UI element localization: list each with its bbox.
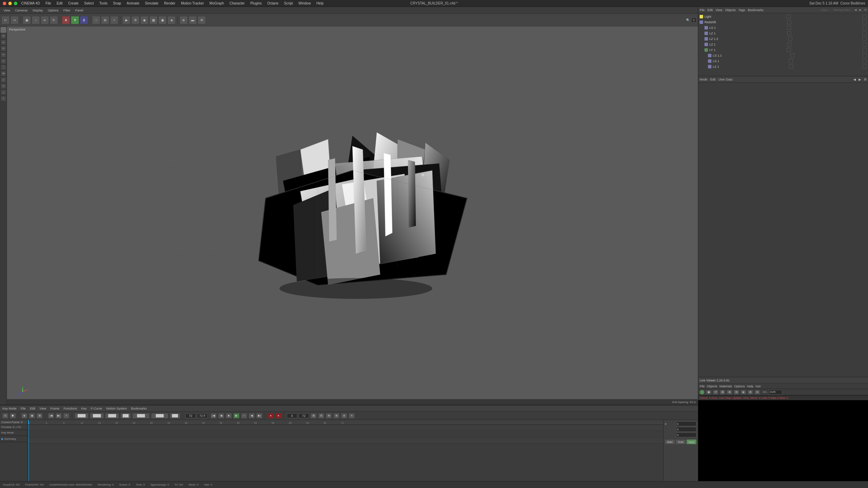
app-menu-cinema4d[interactable]: CINEMA 4D xyxy=(19,1,42,5)
close-button[interactable] xyxy=(3,2,6,5)
obj-ls1b-visibility[interactable] xyxy=(789,59,793,63)
add-key-button[interactable]: + xyxy=(63,413,69,419)
sel-marker1[interactable]: ████ xyxy=(75,413,89,419)
oct-file-menu[interactable]: File xyxy=(700,385,705,388)
oct-objects-menu[interactable]: Objects xyxy=(707,385,718,388)
tl-tool1[interactable]: ◈ xyxy=(21,413,27,419)
oct-options-menu[interactable]: Options xyxy=(734,385,745,388)
extra-tp3[interactable]: ⊕ xyxy=(326,413,332,419)
oct-tp2[interactable]: ↺ xyxy=(713,390,718,395)
obj-file-menu[interactable]: File xyxy=(700,8,705,12)
rotate-button[interactable]: ↻ xyxy=(50,16,58,24)
tl-tool2[interactable]: ◉ xyxy=(29,413,35,419)
octane-play-button[interactable] xyxy=(700,390,704,395)
attr-expand-btn[interactable]: ▶ xyxy=(859,78,861,81)
play-reverse-button[interactable]: ◀ xyxy=(249,413,255,419)
panel-expand-button[interactable]: ▶ xyxy=(859,8,861,11)
tl-edit[interactable]: Edit xyxy=(29,407,36,410)
knife-tool[interactable]: ∧ xyxy=(1,58,6,64)
obj-redshift-render[interactable] xyxy=(862,20,867,24)
menu-plugins-top[interactable]: Plugins xyxy=(249,1,264,5)
tl-functions[interactable]: Functions xyxy=(62,407,78,410)
polygon-tool[interactable]: ◇ xyxy=(1,77,6,83)
oct-get-menu[interactable]: Get xyxy=(756,385,761,388)
obj-objects-menu[interactable]: Objects xyxy=(725,8,736,12)
menu-animate-top[interactable]: Animate xyxy=(125,1,141,5)
obj-redshift[interactable]: Redshift xyxy=(698,19,868,25)
menu-edit-top[interactable]: Edit xyxy=(55,1,64,5)
extra-tp4[interactable]: ⊗ xyxy=(333,413,340,419)
obj-bookmarks-menu[interactable]: Bookmarks xyxy=(748,8,763,12)
menu-script-top[interactable]: Script xyxy=(282,1,295,5)
attr-userdata-menu[interactable]: User Data xyxy=(718,78,733,81)
obj-ly1-visibility[interactable] xyxy=(787,48,791,52)
val-field-3[interactable]: 0 xyxy=(676,432,696,437)
obj-edit-menu[interactable]: Edit xyxy=(708,8,713,12)
panel-menu[interactable]: Panel xyxy=(74,8,84,12)
apply-button[interactable]: Apply xyxy=(686,439,696,444)
oct-tp1[interactable]: ◉ xyxy=(706,390,711,395)
record-button2[interactable]: ● xyxy=(275,413,282,419)
key-record-button[interactable]: ⊙ xyxy=(2,413,8,419)
scene-button[interactable]: ⊞ xyxy=(101,16,109,24)
sel-marker4[interactable]: ███ xyxy=(120,413,131,419)
sel-marker6[interactable]: ████ xyxy=(151,413,168,419)
tl-key[interactable]: Key xyxy=(80,407,88,410)
extra-tp1[interactable]: ⊞ xyxy=(310,413,317,419)
panel-collapse-button[interactable]: ◀ xyxy=(854,8,857,11)
obj-lz12-visibility[interactable] xyxy=(788,37,792,41)
obj-lz1c-visibility[interactable] xyxy=(789,65,793,69)
menu-tools-top[interactable]: Tools xyxy=(98,1,109,5)
sel-marker7[interactable]: ███ xyxy=(170,413,180,419)
move-tool[interactable]: ✛ xyxy=(1,33,6,39)
scale-tool[interactable]: ⇔ xyxy=(1,40,6,45)
obj-ly1[interactable]: LY 1 xyxy=(698,47,868,53)
obj-ls11-render[interactable] xyxy=(862,53,867,58)
play-button[interactable]: ▶ xyxy=(233,413,240,419)
oct-tp4[interactable]: ⊕ xyxy=(727,390,732,395)
edge-tool[interactable]: ━ xyxy=(1,83,6,89)
fps2-display[interactable]: 72 F xyxy=(197,413,208,418)
obj-redshift-visibility[interactable] xyxy=(787,20,791,24)
oct-tp6[interactable]: ◈ xyxy=(741,390,746,395)
oct-help-menu[interactable]: Help xyxy=(747,385,754,388)
tl-tool3[interactable]: ⊞ xyxy=(36,413,43,419)
filter-menu[interactable]: Filter xyxy=(62,8,72,12)
obj-lz12[interactable]: LZ 1.2 xyxy=(698,36,868,42)
stop-button[interactable]: ■ xyxy=(226,413,232,419)
render-button[interactable]: ▶ xyxy=(122,16,131,24)
bake-button[interactable]: Bake xyxy=(665,439,675,444)
tl-key-mode[interactable]: Key Mode xyxy=(1,407,18,410)
menu-window-top[interactable]: Window xyxy=(297,1,313,5)
pointer-tool[interactable]: ↖ xyxy=(1,27,6,33)
settings-button[interactable]: ⚙ xyxy=(198,16,206,24)
object-mode-button[interactable]: ○ xyxy=(92,16,100,24)
paint-tool[interactable]: ✏ xyxy=(1,52,6,58)
menu-file-top[interactable]: File xyxy=(44,1,53,5)
bridge-tool[interactable]: ⌒ xyxy=(1,65,6,70)
menu-select-top[interactable]: Select xyxy=(82,1,95,5)
menu-render-top[interactable]: Render xyxy=(162,1,177,5)
obj-ls11[interactable]: LS 1.1 xyxy=(698,53,868,58)
prev-key-button[interactable]: |◀ xyxy=(48,413,54,419)
obj-ls11-visibility[interactable] xyxy=(790,53,794,58)
tl-fcurve[interactable]: F-Curve xyxy=(90,407,103,410)
octane-viewport[interactable] xyxy=(698,400,868,481)
oct-tp3[interactable]: ⊞ xyxy=(720,390,725,395)
obj-lz1-visibility[interactable] xyxy=(787,31,791,35)
obj-lz1c-render[interactable] xyxy=(862,65,867,69)
frame-end-input[interactable]: 72 xyxy=(299,413,309,418)
mirror-tool[interactable]: ⇋ xyxy=(1,71,6,76)
panel-settings-button[interactable]: ⚙ xyxy=(864,8,867,11)
obj-ls1b[interactable]: LS 1 xyxy=(698,58,868,64)
val-field-1[interactable]: 0 xyxy=(676,421,696,426)
obj-lz1b-render[interactable] xyxy=(862,42,867,47)
cameras-menu[interactable]: Cameras xyxy=(14,8,29,12)
grab-button[interactable]: Grab xyxy=(676,439,686,444)
obj-ls1b-render[interactable] xyxy=(862,59,867,63)
maximize-button[interactable] xyxy=(14,2,17,5)
add-object-button[interactable]: + xyxy=(110,16,118,24)
render-settings-button[interactable]: ⚙ xyxy=(131,16,140,24)
attr-collapse-btn[interactable]: ◀ xyxy=(853,78,856,81)
menu-snap-top[interactable]: Snap xyxy=(111,1,123,5)
